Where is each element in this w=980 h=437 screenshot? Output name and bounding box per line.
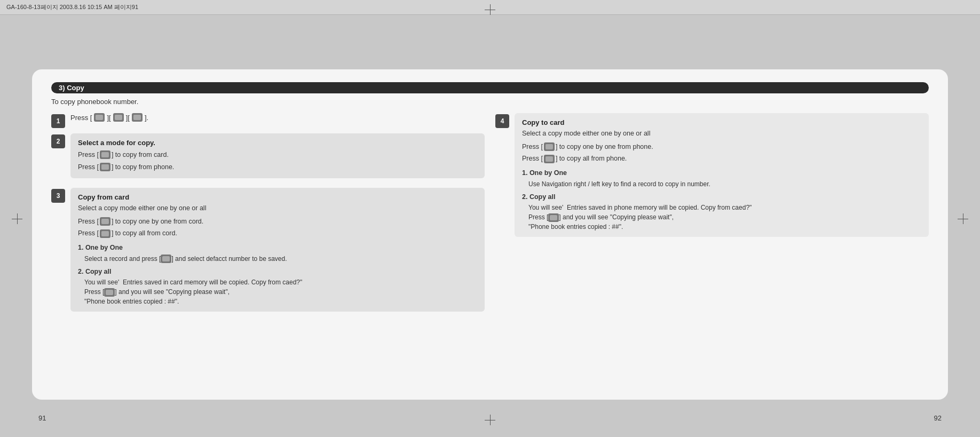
step2-box: Select a mode for copy. Press [] to copy… (70, 133, 485, 178)
step4-box: Copy to card Select a copy mode either o… (515, 113, 929, 237)
step2-press-line1: Press [] to copy from card. (78, 149, 477, 161)
step4-title: Copy to card (522, 118, 921, 126)
step3-one-by-one-text: Select a record and press [] and select … (84, 254, 477, 264)
step3-desc: Select a copy mode either one by one or … (78, 203, 477, 213)
step2-title: Select a mode for copy. (78, 139, 477, 147)
step3-number: 3 (51, 189, 65, 203)
two-col-layout: 1 Press [ ][ ][ ]. 2 (51, 113, 929, 387)
crosshair-left-icon (12, 213, 22, 224)
step1-content: Press [ ][ ][ ]. (70, 113, 485, 128)
step1-block: 1 Press [ ][ ][ ]. (51, 113, 485, 128)
step1-icon1 (94, 113, 105, 122)
page-number-left: 91 (38, 414, 46, 422)
step4-press-line2: Press [] to copy all from phone. (522, 153, 921, 165)
step4-content: Copy to card Select a copy mode either o… (515, 113, 929, 237)
step3-copy-all-text: You will see' Entries saved in card memo… (84, 277, 477, 306)
step2-icon1 (100, 150, 110, 159)
crosshair-right-icon (958, 213, 968, 224)
crosshair-bottom-icon (485, 415, 495, 425)
step2-content: Select a mode for copy. Press [] to copy… (70, 133, 485, 182)
step4-desc: Select a copy mode either one by one or … (522, 129, 921, 139)
step1-icon3 (132, 113, 143, 122)
page-number-right: 92 (934, 414, 942, 422)
step1-number: 1 (51, 114, 65, 128)
step2-number: 2 (51, 134, 65, 148)
step4-block: 4 Copy to card Select a copy mode either… (495, 113, 929, 237)
right-column: 4 Copy to card Select a copy mode either… (495, 113, 929, 387)
step4-icon3 (548, 213, 559, 222)
header-text: GA-160-8-13페이지 2003.8.16 10:15 AM 페이지91 (6, 3, 138, 11)
step3-press-line1: Press [] to copy one by one from cord. (78, 216, 477, 228)
step3-icon2 (100, 229, 110, 238)
step1-press-text: Press [ (70, 114, 92, 122)
step1-bracket3: ]. (145, 114, 148, 122)
step3-box: Copy from card Select a copy mode either… (70, 188, 485, 312)
step1-bracket2: ][ (126, 114, 130, 122)
step2-block: 2 Select a mode for copy. Press [] to co… (51, 133, 485, 182)
step4-copy-all-text: You will see' Entries saved in phone mem… (528, 203, 921, 232)
step4-one-by-one-text: Use Navigation right / left key to find … (528, 179, 921, 189)
step3-title: Copy from card (78, 193, 477, 201)
step3-icon3 (161, 255, 171, 263)
step3-one-by-one-label: 1. One by One (78, 243, 477, 253)
step4-icon2 (544, 155, 555, 163)
step3-press-line2: Press [] to copy all from cord. (78, 227, 477, 240)
step3-content: Copy from card Select a copy mode either… (70, 188, 485, 316)
step1-icon2 (113, 113, 124, 122)
step3-block: 3 Copy from card Select a copy mode eith… (51, 188, 485, 316)
step3-text: Select a copy mode either one by one or … (78, 203, 477, 306)
left-column: 1 Press [ ][ ][ ]. 2 (51, 113, 485, 387)
step2-text: Press [] to copy from card. Press [] to … (78, 149, 477, 173)
step4-number: 4 (495, 114, 509, 128)
step4-press-line1: Press [] to copy one by one from phone. (522, 141, 921, 153)
step4-icon1 (544, 142, 555, 151)
step1-bracket1: ][ (107, 114, 110, 122)
step4-one-by-one-label: 1. One by One (522, 168, 921, 178)
step3-icon1 (100, 217, 110, 226)
step4-copy-all-label: 2. Copy all (522, 192, 921, 202)
step1-line: Press [ ][ ][ ]. (70, 113, 485, 122)
step2-press-line2: Press [] to copy from phone. (78, 161, 477, 173)
section-badge: 3) Copy (51, 82, 929, 93)
main-card: 3) Copy To copy phonebook number. 1 Pres… (32, 69, 948, 400)
crosshair-top-icon (485, 4, 495, 15)
step3-icon4 (104, 288, 115, 297)
step3-copy-all-label: 2. Copy all (78, 267, 477, 277)
section-subtitle: To copy phonebook number. (51, 98, 929, 106)
step2-icon2 (100, 163, 110, 171)
step4-text: Select a copy mode either one by one or … (522, 129, 921, 232)
